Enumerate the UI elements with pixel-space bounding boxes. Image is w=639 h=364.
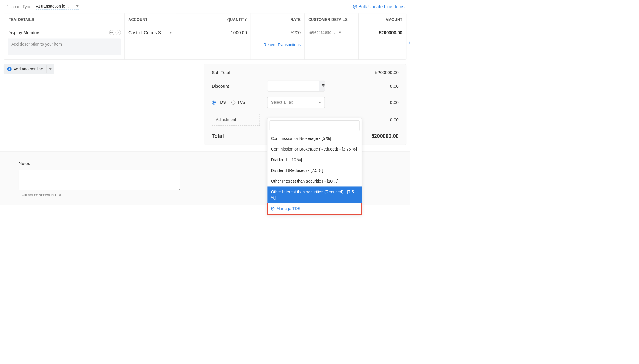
adjustment-label-input[interactable]: Adjustment — [212, 114, 260, 126]
customer-select[interactable]: Select Custo... — [308, 30, 354, 35]
table-header: ITEM DETAILS ACCOUNT QUANTITY RATE CUSTO… — [4, 13, 406, 26]
tax-dropdown-item[interactable]: Commission or Brokerage (Reduced) - [3.7… — [267, 144, 362, 155]
col-amount-header: AMOUNT — [358, 13, 406, 26]
col-rate-header: RATE — [251, 13, 304, 26]
tax-dropdown-list: Commission or Brokerage - [5 %]Commissio… — [267, 133, 362, 203]
tax-dropdown: Commission or Brokerage - [5 %]Commissio… — [267, 118, 362, 215]
tcs-radio-label: TCS — [237, 100, 245, 105]
tax-select-placeholder: Select a Tax — [271, 100, 293, 105]
discount-type-value: At transaction le... — [36, 4, 69, 9]
account-value: Cost of Goods S... — [128, 30, 165, 35]
item-more-button[interactable]: ••• — [109, 30, 114, 35]
column-options-button[interactable]: ••• — [410, 17, 410, 22]
tax-dropdown-search-input[interactable] — [270, 120, 360, 131]
tax-dropdown-item[interactable]: Other Interest than securities - [10 %] — [267, 176, 362, 187]
discount-unit-select[interactable]: ₹ — [319, 81, 325, 91]
discount-input[interactable] — [267, 81, 319, 91]
line-items-table: ••• ITEM DETAILS ACCOUNT QUANTITY RATE C… — [4, 13, 406, 60]
plus-icon: + — [7, 67, 11, 71]
col-item-header: ITEM DETAILS — [4, 13, 124, 26]
bulk-update-label: Bulk Update Line Items — [358, 4, 404, 9]
row-more-button[interactable]: ••• — [409, 40, 410, 45]
line-amount: 5200000.00 — [379, 30, 402, 35]
totals-panel: Sub Total 5200000.00 Discount ₹ 0.00 — [204, 64, 406, 145]
tds-radio-label: TDS — [218, 100, 226, 105]
notes-textarea[interactable] — [19, 170, 180, 190]
tax-dropdown-item[interactable]: Dividend (Reduced) - [7.5 %] — [267, 165, 362, 176]
manage-tds-button[interactable]: Manage TDS — [267, 203, 362, 214]
col-qty-header: QUANTITY — [199, 13, 251, 26]
customer-placeholder: Select Custo... — [308, 30, 335, 35]
chevron-down-icon — [76, 5, 79, 7]
add-line-label: Add another line — [13, 67, 43, 72]
chevron-down-icon — [49, 68, 52, 70]
rate-input[interactable]: 5200 — [291, 30, 301, 35]
col-account-header: ACCOUNT — [125, 13, 199, 26]
tds-radio[interactable]: TDS — [212, 100, 226, 105]
discount-type-label: Discount Type — [5, 4, 31, 9]
tax-dropdown-item[interactable]: Other Interest than securities (Reduced)… — [267, 187, 362, 203]
chevron-up-icon — [319, 102, 321, 103]
tax-dropdown-item[interactable]: Dividend - [10 %] — [267, 155, 362, 165]
chevron-down-icon — [169, 32, 172, 34]
radio-unchecked-icon — [231, 101, 235, 105]
recent-transactions-link[interactable]: Recent Transactions — [254, 43, 301, 48]
gear-icon — [271, 207, 275, 211]
col-cust-header: CUSTOMER DETAILS — [304, 13, 358, 26]
item-clear-button[interactable] — [116, 30, 121, 35]
add-line-button[interactable]: + Add another line — [4, 64, 54, 74]
discount-type-select[interactable]: At transaction le... — [36, 4, 79, 10]
account-select[interactable]: Cost of Goods S... — [128, 30, 195, 35]
svg-point-1 — [272, 208, 273, 209]
chevron-down-icon — [339, 31, 341, 33]
quantity-input[interactable]: 1000.00 — [199, 26, 251, 59]
tax-dropdown-item[interactable]: Commission or Brokerage - [5 %] — [267, 133, 362, 144]
total-value: 5200000.00 — [371, 133, 399, 139]
discount-label: Discount — [212, 83, 267, 89]
tcs-radio[interactable]: TCS — [231, 100, 245, 105]
tax-value: -0.00 — [334, 100, 399, 105]
subtotal-value: 5200000.00 — [334, 70, 399, 75]
item-name-input[interactable]: Display Monitors — [8, 30, 40, 35]
tax-select[interactable]: Select a Tax — [267, 97, 325, 108]
table-row: ⋮⋮⋮⋮ Display Monitors ••• Add descriptio… — [4, 26, 406, 59]
discount-unit-value: ₹ — [322, 83, 325, 89]
radio-checked-icon — [212, 101, 216, 105]
manage-tds-label: Manage TDS — [276, 206, 300, 211]
svg-point-0 — [354, 6, 356, 7]
gear-icon — [353, 5, 357, 9]
item-description-input[interactable]: Add description to your item — [8, 38, 121, 55]
add-line-dropdown-button[interactable] — [47, 65, 55, 73]
subtotal-label: Sub Total — [212, 70, 267, 75]
bulk-update-link[interactable]: Bulk Update Line Items — [353, 4, 404, 9]
discount-value: 0.00 — [334, 83, 399, 89]
